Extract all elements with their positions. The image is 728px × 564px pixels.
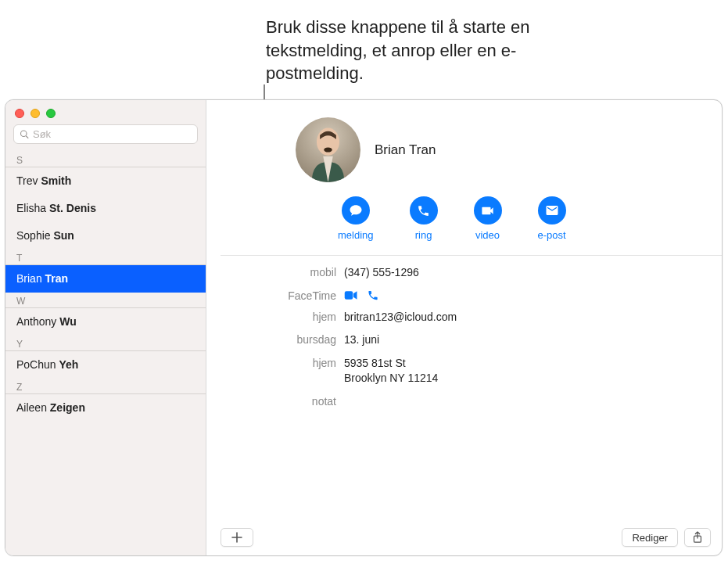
svg-rect-5 (345, 291, 353, 300)
contact-row[interactable]: Trev Smith (5, 167, 206, 195)
video-button[interactable]: video (474, 196, 502, 241)
field-home-email: hjem britran123@icloud.com (206, 306, 722, 329)
field-label: hjem (206, 356, 344, 369)
address-line2: Brooklyn NY 11214 (344, 371, 438, 386)
section-header-s: S (5, 152, 206, 167)
field-label: FaceTime (206, 289, 344, 302)
add-button[interactable] (221, 528, 253, 547)
address-line1: 5935 81st St (344, 356, 438, 372)
field-value-address[interactable]: 5935 81st St Brooklyn NY 11214 (344, 356, 438, 386)
last-name: Sun (53, 229, 74, 242)
section-header-z: Z (5, 379, 206, 394)
field-note: notat (206, 390, 722, 411)
plus-icon (231, 532, 242, 543)
contact-row[interactable]: Sophie Sun (5, 222, 206, 250)
field-label: hjem (206, 310, 344, 323)
first-name: Aileen (16, 401, 47, 414)
minimize-window-button[interactable] (30, 109, 40, 118)
bottom-toolbar: Rediger (206, 519, 722, 555)
last-name: Smith (41, 174, 71, 187)
action-buttons-row: melding ring video e-post (206, 196, 722, 241)
field-home-address: hjem 5935 81st St Brooklyn NY 11214 (206, 352, 722, 390)
last-name: Yeh (59, 358, 78, 371)
last-name: Tran (45, 272, 69, 285)
facetime-audio-icon[interactable] (366, 289, 380, 301)
first-name: Trev (16, 174, 38, 187)
field-value-phone[interactable]: (347) 555-1296 (344, 265, 419, 281)
search-container (5, 124, 206, 150)
last-name: Zeigen (50, 401, 85, 414)
call-label: ring (415, 229, 432, 241)
close-window-button[interactable] (15, 109, 24, 118)
field-label: notat (206, 394, 344, 408)
call-button[interactable]: ring (410, 196, 438, 241)
share-button[interactable] (684, 528, 711, 547)
first-name: Sophie (16, 229, 51, 242)
email-icon (538, 196, 566, 225)
contact-row[interactable]: Elisha St. Denis (5, 195, 206, 222)
search-field[interactable] (13, 124, 198, 144)
section-header-w: W (5, 293, 206, 308)
svg-point-4 (324, 147, 332, 152)
section-header-y: Y (5, 336, 206, 351)
section-header-t: T (5, 250, 206, 265)
avatar[interactable] (296, 117, 360, 182)
window-controls (5, 100, 206, 124)
contact-header: Brian Tran (206, 100, 722, 192)
search-input[interactable] (33, 128, 192, 140)
first-name: Anthony (16, 315, 56, 328)
annotation-text: Bruk disse knappene til å starte en teks… (266, 16, 555, 85)
phone-icon (410, 196, 438, 225)
field-value-email[interactable]: britran123@icloud.com (344, 310, 457, 325)
video-icon (474, 196, 502, 225)
field-birthday: bursdag 13. juni (206, 329, 722, 352)
contact-row[interactable]: Aileen Zeigen (5, 394, 206, 422)
right-buttons: Rediger (622, 528, 711, 547)
email-label: e-post (538, 229, 566, 241)
divider (221, 255, 722, 256)
contact-name: Brian Tran (375, 142, 436, 158)
contact-row[interactable]: PoChun Yeh (5, 351, 206, 379)
contact-fields: mobil (347) 555-1296 FaceTime hjem britr… (206, 261, 722, 411)
message-label: melding (338, 229, 374, 241)
video-label: video (475, 229, 500, 241)
last-name: Wu (59, 315, 77, 328)
message-icon (342, 196, 370, 225)
edit-button[interactable]: Rediger (622, 528, 678, 547)
field-label: mobil (206, 265, 344, 278)
facetime-video-icon[interactable] (344, 289, 358, 301)
sidebar: S Trev Smith Elisha St. Denis Sophie Sun… (5, 100, 206, 555)
last-name: St. Denis (49, 202, 96, 214)
contact-row-selected[interactable]: Brian Tran (5, 265, 206, 293)
first-name: Elisha (16, 202, 46, 214)
svg-point-0 (21, 131, 27, 137)
email-button[interactable]: e-post (538, 196, 566, 241)
contact-detail: Brian Tran melding ring video (206, 100, 722, 555)
maximize-window-button[interactable] (46, 109, 56, 118)
message-button[interactable]: melding (338, 196, 374, 241)
field-label: bursdag (206, 332, 344, 346)
facetime-icons (344, 289, 380, 301)
search-icon (20, 129, 29, 139)
share-icon (692, 531, 703, 544)
field-facetime: FaceTime (206, 285, 722, 306)
first-name: PoChun (16, 358, 56, 371)
first-name: Brian (16, 272, 42, 285)
contact-list: S Trev Smith Elisha St. Denis Sophie Sun… (5, 150, 206, 555)
field-value-birthday: 13. juni (344, 332, 379, 348)
contacts-window: S Trev Smith Elisha St. Denis Sophie Sun… (5, 99, 723, 556)
svg-line-1 (26, 136, 28, 138)
contact-row[interactable]: Anthony Wu (5, 308, 206, 336)
field-mobile: mobil (347) 555-1296 (206, 261, 722, 285)
